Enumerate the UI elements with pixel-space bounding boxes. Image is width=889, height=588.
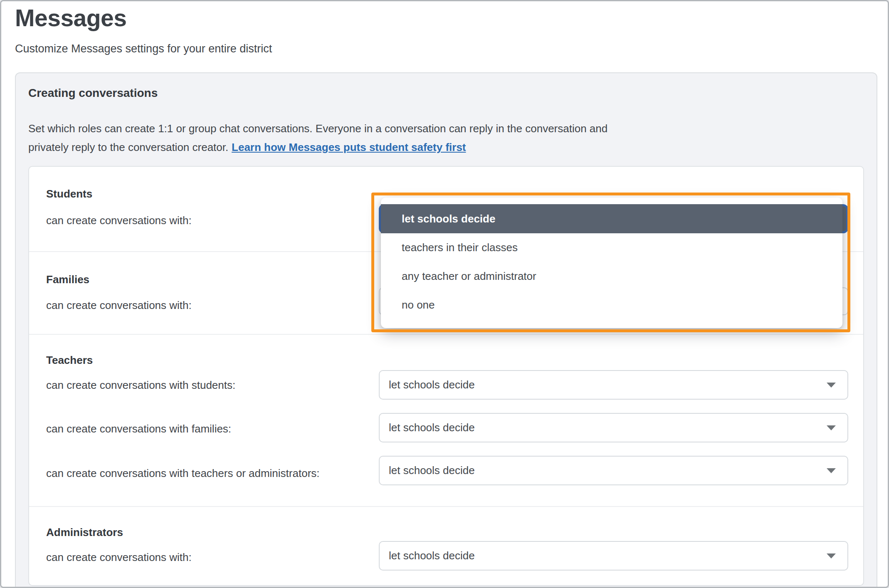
menu-option[interactable]: no one: [381, 291, 842, 319]
section-description: Set which roles can create 1:1 or group …: [28, 119, 677, 157]
teachers-row-label: Teachers: [46, 353, 93, 367]
description-line-1: Set which roles can create 1:1 or group …: [28, 119, 677, 138]
teachers-families-sublabel: can create conversations with families:: [46, 422, 231, 436]
page-subtitle: Customize Messages settings for your ent…: [15, 40, 272, 57]
students-row-label: Students: [46, 187, 92, 201]
chevron-down-icon: [827, 425, 836, 430]
students-row-sublabel: can create conversations with:: [46, 213, 192, 227]
teachers-students-select-value: let schools decide: [389, 378, 475, 391]
administrators-row-sublabel: can create conversations with:: [46, 550, 192, 564]
teachers-admins-select[interactable]: let schools decide: [379, 456, 848, 485]
families-row-sublabel: can create conversations with:: [46, 298, 192, 312]
administrators-select-value: let schools decide: [389, 549, 475, 562]
administrators-select[interactable]: let schools decide: [379, 541, 848, 571]
teachers-admins-sublabel: can create conversations with teachers o…: [46, 466, 320, 480]
teachers-families-select[interactable]: let schools decide: [379, 413, 848, 442]
teachers-students-sublabel: can create conversations with students:: [46, 378, 235, 392]
teachers-families-select-value: let schools decide: [389, 421, 475, 434]
chevron-down-icon: [827, 383, 836, 388]
teachers-admins-select-value: let schools decide: [389, 464, 475, 477]
chevron-down-icon: [827, 553, 836, 558]
messages-settings-page: Messages Customize Messages settings for…: [0, 0, 889, 588]
row-divider: [29, 334, 863, 335]
menu-option[interactable]: teachers in their classes: [381, 233, 842, 262]
families-row-label: Families: [46, 272, 89, 287]
description-line-2: privately reply to the conversation crea…: [28, 138, 677, 157]
row-divider: [29, 506, 863, 507]
menu-option-selected[interactable]: let schools decide: [381, 204, 842, 233]
teachers-students-select[interactable]: let schools decide: [379, 370, 848, 400]
chevron-down-icon: [827, 468, 836, 473]
menu-option[interactable]: any teacher or administrator: [381, 262, 842, 291]
page-title: Messages: [15, 1, 127, 35]
administrators-row-label: Administrators: [46, 525, 123, 539]
student-safety-link[interactable]: Learn how Messages puts student safety f…: [232, 141, 466, 153]
section-heading: Creating conversations: [28, 85, 158, 101]
